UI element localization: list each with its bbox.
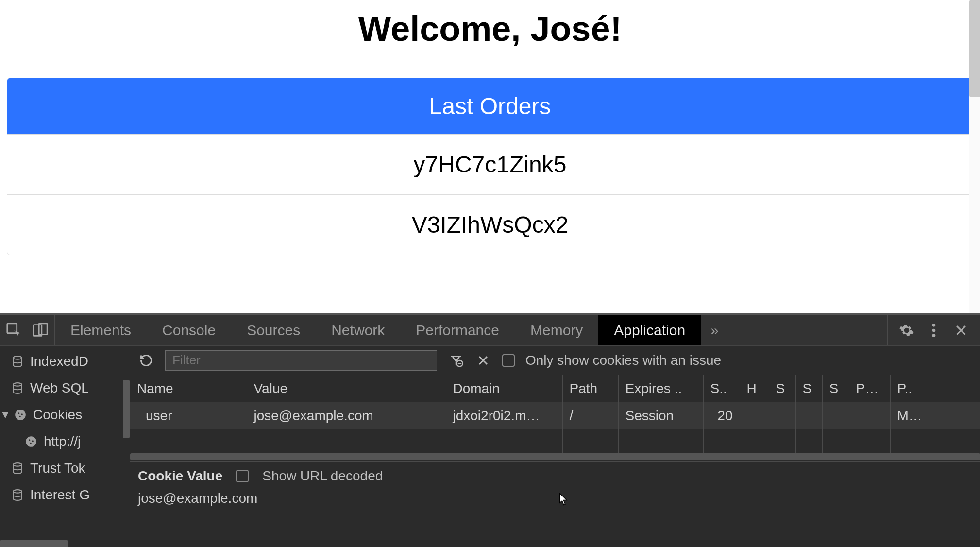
svg-point-12	[26, 436, 36, 447]
tab-performance[interactable]: Performance	[400, 315, 515, 345]
table-hscrollbar[interactable]	[130, 453, 980, 460]
svg-point-11	[19, 415, 20, 417]
cookie-icon	[23, 434, 39, 449]
svg-rect-0	[7, 323, 17, 333]
sidebar-item-cookies[interactable]: ▼ Cookies	[0, 401, 130, 428]
cell-partition	[849, 402, 890, 429]
col-http[interactable]: H	[740, 375, 769, 402]
sidebar-label: http://j	[44, 434, 81, 449]
database-icon	[10, 487, 25, 503]
cell-size: 20	[703, 402, 740, 429]
cell-value: jose@example.com	[247, 402, 446, 429]
cell-path: /	[562, 402, 618, 429]
cell-sameparty	[822, 402, 849, 429]
svg-point-16	[13, 463, 21, 466]
col-name[interactable]: Name	[130, 375, 247, 402]
webpage-viewport: Welcome, José! Last Orders y7HC7c1Zink5 …	[0, 0, 980, 313]
sidebar-item-websql[interactable]: Web SQL	[0, 375, 130, 401]
col-partition[interactable]: P…	[849, 375, 890, 402]
col-priority[interactable]: P..	[890, 375, 980, 402]
sidebar-hscrollbar[interactable]	[0, 540, 68, 547]
cookies-panel: Only show cookies with an issue Name Val…	[130, 346, 980, 547]
device-toolbar-icon[interactable]	[32, 322, 49, 339]
sidebar-label: IndexedD	[30, 354, 88, 369]
sidebar-item-trust-tokens[interactable]: Trust Tok	[0, 455, 130, 481]
sidebar-scrollbar[interactable]	[123, 380, 130, 438]
only-issue-label: Only show cookies with an issue	[525, 353, 721, 368]
only-issue-checkbox[interactable]	[502, 354, 515, 367]
database-icon	[10, 461, 25, 476]
cookie-icon	[13, 407, 28, 423]
clear-filter-icon[interactable]	[448, 352, 464, 369]
sidebar-label: Trust Tok	[30, 461, 85, 476]
order-row[interactable]: V3IZIhWsQcx2	[7, 194, 973, 255]
clear-all-icon[interactable]	[475, 352, 491, 369]
cell-priority: M…	[890, 402, 980, 429]
cell-expires: Session	[618, 402, 703, 429]
inspect-element-icon[interactable]	[6, 322, 22, 339]
svg-point-9	[18, 412, 19, 414]
col-size[interactable]: S..	[703, 375, 740, 402]
cookies-toolbar: Only show cookies with an issue	[130, 346, 980, 375]
kebab-menu-icon[interactable]	[926, 322, 942, 339]
page-scrollbar-thumb[interactable]	[969, 0, 980, 97]
svg-point-3	[932, 324, 936, 327]
svg-point-5	[932, 334, 936, 337]
svg-point-8	[15, 410, 26, 420]
cell-domain: jdxoi2r0i2.m…	[446, 402, 562, 429]
cookie-value-label: Cookie Value	[138, 468, 222, 484]
col-secure[interactable]: S	[769, 375, 795, 402]
svg-point-7	[13, 383, 21, 386]
devtools-tabstrip: Elements Console Sources Network Perform…	[0, 315, 980, 346]
cell-http	[740, 402, 769, 429]
sidebar-label: Web SQL	[30, 380, 89, 396]
col-value[interactable]: Value	[247, 375, 446, 402]
svg-point-15	[30, 442, 31, 444]
col-samesite[interactable]: S	[795, 375, 822, 402]
devtools-panel: Elements Console Sources Network Perform…	[0, 313, 980, 547]
last-orders-card: Last Orders y7HC7c1Zink5 V3IZIhWsQcx2	[7, 78, 973, 255]
col-sameparty[interactable]: S	[822, 375, 849, 402]
tab-memory[interactable]: Memory	[515, 315, 598, 345]
sidebar-item-indexeddb[interactable]: IndexedD	[0, 348, 130, 375]
welcome-heading: Welcome, José!	[6, 0, 974, 78]
tabs-overflow-icon[interactable]: »	[701, 322, 728, 339]
application-sidebar: IndexedD Web SQL ▼ Cookies	[0, 346, 130, 547]
table-header-row: Name Value Domain Path Expires .. S.. H …	[130, 375, 980, 402]
database-icon	[10, 354, 25, 369]
cookies-table: Name Value Domain Path Expires .. S.. H …	[130, 375, 980, 457]
tab-console[interactable]: Console	[147, 315, 231, 345]
page-scrollbar[interactable]	[969, 0, 980, 313]
last-orders-title: Last Orders	[7, 78, 973, 134]
sidebar-item-cookie-origin[interactable]: http://j	[0, 428, 130, 455]
tab-sources[interactable]: Sources	[231, 315, 316, 345]
svg-point-4	[932, 328, 936, 332]
cookie-value-text: jose@example.com	[138, 484, 972, 506]
cell-secure	[769, 402, 795, 429]
col-path[interactable]: Path	[562, 375, 618, 402]
sidebar-item-interest-groups[interactable]: Interest G	[0, 481, 130, 508]
sidebar-label: Cookies	[33, 407, 82, 423]
close-icon[interactable]	[953, 322, 969, 339]
gear-icon[interactable]	[898, 322, 915, 339]
tab-elements[interactable]: Elements	[55, 315, 147, 345]
col-expires[interactable]: Expires ..	[618, 375, 703, 402]
refresh-icon[interactable]	[138, 352, 154, 369]
cell-name: user	[130, 402, 247, 429]
svg-point-13	[29, 439, 30, 441]
svg-point-14	[32, 440, 34, 442]
url-decoded-checkbox[interactable]	[236, 470, 249, 482]
tab-network[interactable]: Network	[316, 315, 400, 345]
col-domain[interactable]: Domain	[446, 375, 562, 402]
cell-samesite	[795, 402, 822, 429]
cookie-row[interactable]: user jose@example.com jdxoi2r0i2.m… / Se…	[130, 402, 980, 429]
cookie-detail-panel: Cookie Value Show URL decoded jose@examp…	[130, 462, 980, 513]
url-decoded-label: Show URL decoded	[262, 468, 383, 484]
database-icon	[10, 380, 25, 396]
tab-application[interactable]: Application	[598, 315, 701, 345]
order-row[interactable]: y7HC7c1Zink5	[7, 134, 973, 194]
cookies-table-wrap: Name Value Domain Path Expires .. S.. H …	[130, 375, 980, 462]
chevron-down-icon[interactable]: ▼	[0, 409, 13, 421]
table-row-empty	[130, 429, 980, 457]
filter-input[interactable]	[165, 350, 437, 371]
